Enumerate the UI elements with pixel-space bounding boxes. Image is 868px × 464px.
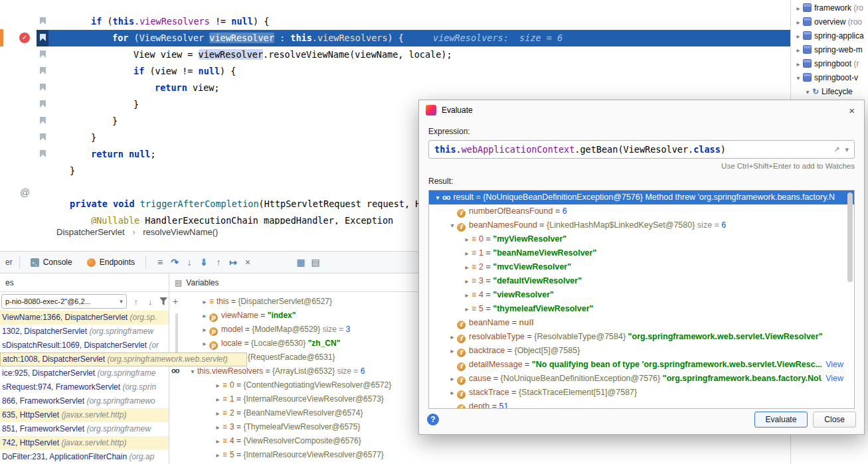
add-watch-icon[interactable]: +	[173, 296, 178, 307]
chevron-right-icon[interactable]: ▸	[794, 57, 803, 71]
chevron-right-icon[interactable]: ▸	[794, 43, 803, 57]
clipped-frames-tab[interactable]: es	[5, 278, 14, 287]
view-as-table-icon[interactable]: ▦	[294, 257, 308, 268]
chevron-down-icon[interactable]: ▾	[448, 218, 457, 232]
chevron-right-icon[interactable]: ▸	[213, 434, 222, 448]
chevron-down-icon[interactable]: ▾	[188, 364, 197, 378]
scrollbar-thumb[interactable]	[175, 313, 178, 357]
breadcrumb-class[interactable]: DispatcherServlet	[56, 227, 125, 237]
tab-console[interactable]: >_ Console	[27, 256, 76, 269]
chevron-right-icon[interactable]: ▸	[200, 295, 209, 309]
stack-frame-row[interactable]: 635, HttpServlet (javax.servlet.http)	[0, 408, 169, 422]
chevron-right-icon[interactable]: ▸	[213, 448, 222, 462]
chevron-right-icon[interactable]: ▸	[448, 372, 457, 386]
stack-frame-row[interactable]: ViewName:1366, DispatcherServlet (org.sp…	[0, 311, 169, 325]
dialog-title-bar[interactable]: Evaluate ×	[419, 100, 864, 120]
stack-frame-row[interactable]: atch:1008, DispatcherServlet (org.spring…	[0, 352, 247, 366]
result-tree-row[interactable]: ▸≡2 = "mvcViewResolver"	[429, 260, 854, 274]
result-tree-row[interactable]: ▸≡5 = "thymeleafViewResolver"	[429, 302, 854, 316]
next-frame-icon[interactable]: ↓	[145, 297, 156, 307]
breadcrumb-method[interactable]: resolveViewName()	[143, 227, 218, 237]
result-tree-row[interactable]: ▸fbacktrace = {Object[5]@7585}	[429, 344, 854, 358]
layout-settings-icon[interactable]: ▤	[308, 257, 323, 268]
chevron-right-icon[interactable]: ▸	[794, 1, 803, 15]
stack-frame-row[interactable]: sDispatchResult:1069, DispatcherServlet …	[0, 339, 169, 352]
chevron-right-icon[interactable]: ▸	[462, 302, 472, 316]
scrollbar-thumb[interactable]	[847, 193, 853, 282]
chevron-down-icon[interactable]: ▾	[433, 191, 442, 204]
project-tree-item[interactable]: ▸spring-web-m	[791, 43, 868, 57]
result-tree-row[interactable]: ▾fbeanNamesFound = {LinkedHashMap$Linked…	[429, 218, 854, 232]
result-tree-row[interactable]: fdepth = 51	[429, 400, 854, 409]
stack-frame-row[interactable]: 866, FrameworkServlet (org.springframewo	[0, 394, 169, 408]
chevron-right-icon[interactable]: ▸	[462, 288, 472, 302]
close-button[interactable]: Close	[813, 412, 856, 427]
project-tree-item[interactable]: ▸spring-applica	[791, 29, 868, 43]
previous-frame-icon[interactable]: ↑	[131, 297, 141, 307]
step-into-icon[interactable]: ↓	[182, 257, 197, 268]
tab-endpoints[interactable]: Endpoints	[83, 256, 139, 269]
project-tree-item[interactable]: ▸framework (ro	[791, 1, 868, 15]
result-tree-row[interactable]: fnumberOfBeansFound = 6	[429, 204, 854, 218]
chevron-right-icon[interactable]: ▸	[448, 330, 457, 344]
stack-frame-row[interactable]: 851, FrameworkServlet (org.springframew	[0, 422, 169, 436]
force-step-into-icon[interactable]: ⇓	[197, 257, 211, 268]
chevron-down-icon[interactable]: ▾	[803, 85, 812, 99]
history-dropdown-icon[interactable]: ▾	[845, 145, 849, 154]
expand-icon[interactable]: ↗	[833, 145, 839, 154]
result-tree-row[interactable]: ▸≡1 = "beanNameViewResolver"	[429, 246, 854, 260]
chevron-right-icon[interactable]: ▸	[462, 274, 472, 288]
verified-breakpoint-icon[interactable]: ✓	[19, 33, 30, 43]
chevron-right-icon[interactable]: ▸	[213, 392, 222, 406]
chevron-right-icon[interactable]: ▸	[794, 15, 803, 29]
filter-frames-icon[interactable]	[159, 297, 167, 305]
stack-frame-row[interactable]: 742, HttpServlet (javax.servlet.http)	[0, 436, 169, 450]
result-tree-row[interactable]: ▸fstackTrace = {StackTraceElement[51]@75…	[429, 386, 854, 400]
result-tree-row[interactable]: fbeanName = null	[429, 316, 854, 330]
result-tree-row[interactable]: fdetailMessage = "No qualifying bean of …	[429, 358, 854, 372]
result-tree-row[interactable]: ▸fcause = {NoUniqueBeanDefinitionExcepti…	[429, 372, 854, 386]
project-tree-item[interactable]: ▾springboot-v	[791, 71, 868, 85]
chevron-right-icon[interactable]: ▸	[200, 337, 209, 350]
project-tree-item[interactable]: ▾↻Lifecycle	[791, 85, 868, 99]
step-over-icon[interactable]: ↷	[167, 257, 182, 268]
stack-frame-row[interactable]: ice:925, DispatcherServlet (org.springfr…	[0, 366, 169, 380]
variable-row[interactable]: ▸≡5 = {InternalResourceViewResolver@6577…	[184, 448, 790, 462]
result-tree-row[interactable]: ▸≡0 = "myViewResolver"	[429, 232, 854, 246]
chevron-right-icon[interactable]: ▸	[462, 246, 472, 260]
result-tree-row[interactable]: ▾ooresult = {NoUniqueBeanDefinitionExcep…	[429, 191, 854, 204]
chevron-right-icon[interactable]: ▸	[200, 309, 209, 323]
stack-frame-row[interactable]: 1302, DispatcherServlet (org.springframe…	[0, 325, 169, 339]
chevron-right-icon[interactable]: ▸	[213, 420, 222, 434]
thread-dropdown[interactable]: p-nio-8080-exec-2"@6,2... ▾	[1, 294, 127, 309]
chevron-right-icon[interactable]: ▸	[794, 29, 803, 43]
chevron-right-icon[interactable]: ▸	[213, 378, 222, 392]
value-icon: ≡	[472, 276, 476, 285]
result-tree-row[interactable]: ▸≡4 = "viewResolver"	[429, 288, 854, 302]
chevron-right-icon[interactable]: ▸	[462, 232, 472, 246]
chevron-down-icon[interactable]: ▾	[794, 71, 803, 85]
run-to-cursor-icon[interactable]: ↦	[226, 257, 240, 268]
help-icon[interactable]: ?	[427, 414, 439, 425]
stack-frame-row[interactable]: DoFilter:231, ApplicationFilterChain (or…	[0, 450, 169, 464]
chevron-right-icon[interactable]: ▸	[200, 323, 209, 337]
project-tree-item[interactable]: ▸springboot (r	[791, 57, 868, 71]
close-icon[interactable]: ×	[846, 105, 857, 116]
evaluate-button[interactable]: Evaluate	[754, 412, 808, 427]
view-link[interactable]: View	[822, 358, 843, 372]
chevron-right-icon[interactable]: ▸	[213, 406, 222, 420]
view-link[interactable]: View	[822, 372, 843, 386]
stack-frame-row[interactable]: sRequest:974, FrameworkServlet (org.spri…	[0, 380, 169, 394]
result-tree-row[interactable]: ▸fresolvableType = {ResolvableType@7584}…	[429, 330, 854, 344]
menu-icon[interactable]: ≡	[153, 257, 167, 268]
step-out-icon[interactable]: ↑	[211, 257, 226, 268]
chevron-right-icon[interactable]: ▸	[448, 386, 457, 400]
expression-input[interactable]: this.webApplicationContext.getBean(ViewR…	[428, 140, 855, 159]
project-tree-item[interactable]: ▸overview (roo	[791, 15, 868, 29]
clipped-debugger-tab[interactable]: er	[5, 258, 13, 267]
chevron-right-icon[interactable]: ▸	[448, 344, 457, 358]
result-tree-row[interactable]: ▸≡3 = "defaultViewResolver"	[429, 274, 854, 288]
mute-breakpoints-icon[interactable]: ×	[240, 257, 255, 268]
variable-row[interactable]: ▸≡4 = {ViewResolverComposite@6576}	[184, 434, 790, 448]
chevron-right-icon[interactable]: ▸	[462, 260, 472, 274]
